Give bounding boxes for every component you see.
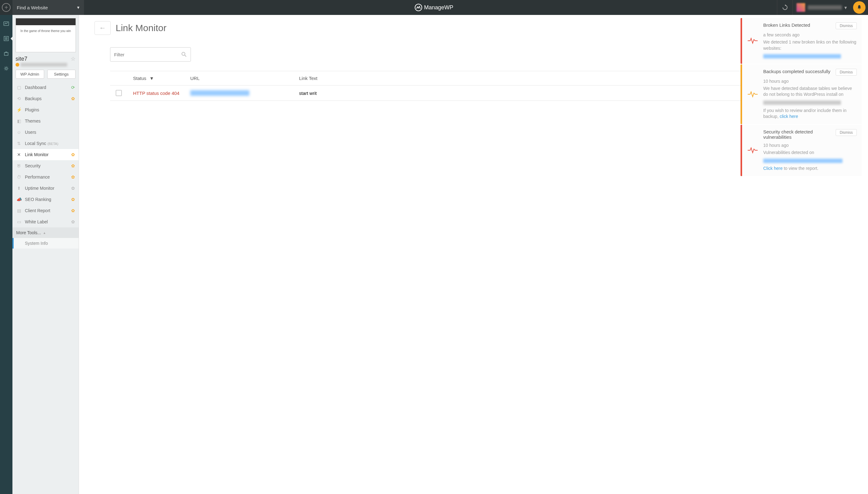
gear-icon[interactable]: ✿ bbox=[71, 186, 75, 191]
sidebar-item-dashboard[interactable]: ▢Dashboard⟳ bbox=[13, 82, 79, 93]
refresh-icon[interactable]: ⟳ bbox=[71, 85, 75, 90]
nav-label: Link Monitor bbox=[25, 152, 48, 157]
nav-label: Client Report bbox=[25, 208, 51, 213]
filter-input[interactable] bbox=[114, 52, 181, 57]
nav-label: Uptime Monitor bbox=[25, 186, 54, 191]
sidebar-item-system-info[interactable]: System Info bbox=[13, 238, 79, 249]
rail-clients-icon[interactable] bbox=[3, 51, 9, 57]
notif-time: 10 hours ago bbox=[763, 143, 857, 148]
nav-icon: ⚡ bbox=[16, 107, 22, 113]
nav-icon: ⬆ bbox=[16, 185, 22, 191]
rail-settings-icon[interactable] bbox=[3, 65, 9, 72]
col-url[interactable]: URL bbox=[190, 76, 299, 81]
wp-admin-button[interactable]: WP Admin bbox=[16, 70, 44, 79]
row-checkbox[interactable] bbox=[116, 90, 122, 96]
sidebar-item-users[interactable]: ☺Users bbox=[13, 127, 79, 138]
site-info: site7 ☆ WP Admin Settings bbox=[13, 55, 79, 82]
nav-icon: ⛨ bbox=[16, 163, 22, 169]
sidebar-item-white-label[interactable]: ▭White Label✿ bbox=[13, 216, 79, 227]
pulse-icon bbox=[747, 89, 758, 100]
more-tools-toggle[interactable]: More Tools... ▲ bbox=[13, 227, 79, 238]
site-settings-button[interactable]: Settings bbox=[47, 70, 76, 79]
site-url[interactable] bbox=[16, 63, 76, 66]
sidebar-item-local-sync[interactable]: ⇅Local Sync (BETA) bbox=[13, 138, 79, 149]
site-url-redacted bbox=[21, 63, 67, 66]
gear-icon[interactable]: ✿ bbox=[71, 174, 75, 179]
plus-icon: + bbox=[2, 3, 11, 12]
caret-down-icon: ▾ bbox=[844, 5, 847, 11]
notif-body: We have detected database tables we beli… bbox=[763, 86, 857, 98]
sidebar-item-link-monitor[interactable]: ✕Link Monitor✿ bbox=[13, 149, 79, 160]
nav-label: Themes bbox=[25, 118, 41, 124]
table-row: HTTP status code 404start writ bbox=[110, 86, 837, 101]
notifications-button[interactable] bbox=[853, 1, 866, 14]
dismiss-button[interactable]: Dismiss bbox=[836, 129, 857, 136]
notif-title: Broken Links Detected bbox=[763, 22, 810, 28]
gear-icon[interactable]: ✿ bbox=[71, 96, 75, 101]
notif-title: Security check detected vulnerabilities bbox=[763, 129, 832, 140]
sync-icon bbox=[782, 4, 788, 11]
site-thumbnail[interactable] bbox=[16, 18, 76, 52]
sidebar-item-plugins[interactable]: ⚡Plugins bbox=[13, 104, 79, 115]
click-here-link[interactable]: Click here bbox=[763, 166, 783, 171]
nav-icon: ▭ bbox=[16, 219, 22, 225]
sidebar-item-themes[interactable]: ◧Themes bbox=[13, 115, 79, 127]
cell-url[interactable] bbox=[190, 90, 299, 96]
click-here-link[interactable]: click here bbox=[780, 114, 798, 119]
notif-body: Vulnerabilities detected on bbox=[763, 150, 857, 156]
sidebar-item-uptime-monitor[interactable]: ⬆Uptime Monitor✿ bbox=[13, 183, 79, 194]
gear-icon[interactable]: ✿ bbox=[71, 208, 75, 213]
back-button[interactable]: ← bbox=[95, 21, 111, 35]
dismiss-button[interactable]: Dismiss bbox=[836, 69, 857, 76]
caret-down-icon: ▾ bbox=[77, 5, 80, 10]
nav-label: SEO Ranking bbox=[25, 197, 51, 202]
gear-icon[interactable]: ✿ bbox=[71, 197, 75, 202]
nav-icon: ▢ bbox=[16, 84, 22, 90]
sort-desc-icon: ▼ bbox=[150, 76, 154, 81]
table-header: Status ▼ URL Link Text bbox=[110, 71, 837, 86]
pulse-icon bbox=[747, 145, 758, 156]
notif-time: a few seconds ago bbox=[763, 32, 857, 37]
find-website-dropdown[interactable]: Find a Website ▾ bbox=[13, 0, 84, 15]
nav-label: Local Sync (BETA) bbox=[25, 141, 58, 146]
search-icon[interactable] bbox=[181, 52, 187, 57]
sidebar-item-seo-ranking[interactable]: 📣SEO Ranking✿ bbox=[13, 194, 79, 205]
gear-icon[interactable]: ✿ bbox=[71, 219, 75, 224]
sidebar: site7 ☆ WP Admin Settings ▢Dashboard⟳⟲Ba… bbox=[13, 15, 79, 494]
notification: Backups completed successfullyDismiss10 … bbox=[741, 64, 862, 124]
dismiss-button[interactable]: Dismiss bbox=[836, 22, 857, 29]
favorite-star-icon[interactable]: ☆ bbox=[71, 55, 76, 62]
page-title: Link Monitor bbox=[116, 23, 166, 33]
nav-label: White Label bbox=[25, 219, 48, 224]
rail-dashboard-icon[interactable] bbox=[3, 21, 9, 27]
sidebar-item-security[interactable]: ⛨Security✿ bbox=[13, 160, 79, 171]
nav-icon: ⟲ bbox=[16, 96, 22, 101]
caret-up-icon: ▲ bbox=[43, 231, 46, 234]
gear-icon[interactable]: ✿ bbox=[71, 163, 75, 168]
site-name: site7 bbox=[16, 56, 27, 62]
rail-sites-icon[interactable] bbox=[3, 36, 9, 42]
nav-label: Users bbox=[25, 130, 36, 135]
sidebar-item-performance[interactable]: ⏱Performance✿ bbox=[13, 171, 79, 183]
topbar: + Find a Website ▾ ManageWP ▾ bbox=[0, 0, 868, 15]
filter-wrap bbox=[110, 47, 191, 62]
sidebar-item-backups[interactable]: ⟲Backups✿ bbox=[13, 93, 79, 104]
bell-icon bbox=[856, 5, 862, 10]
nav-icon: 📣 bbox=[16, 196, 22, 202]
nav-label: Dashboard bbox=[25, 85, 46, 90]
notif-time: 10 hours ago bbox=[763, 79, 857, 84]
gear-icon[interactable]: ✿ bbox=[71, 152, 75, 157]
add-site-button[interactable]: + bbox=[0, 0, 13, 15]
sync-button[interactable] bbox=[777, 0, 792, 15]
user-menu[interactable]: ▾ bbox=[792, 0, 851, 15]
brand-logo[interactable]: ManageWP bbox=[415, 4, 453, 11]
nav-icon: ☺ bbox=[16, 129, 22, 135]
sidebar-item-client-report[interactable]: ▤Client Report✿ bbox=[13, 205, 79, 216]
nav-label: Performance bbox=[25, 174, 50, 179]
col-status[interactable]: Status ▼ bbox=[133, 76, 190, 81]
notification: Security check detected vulnerabilitiesD… bbox=[741, 125, 862, 176]
notif-body: We detected 1 new broken links on the fo… bbox=[763, 39, 857, 51]
svg-point-3 bbox=[5, 68, 7, 69]
user-name-redacted bbox=[808, 5, 842, 10]
nav-icon: ⇅ bbox=[16, 140, 22, 146]
